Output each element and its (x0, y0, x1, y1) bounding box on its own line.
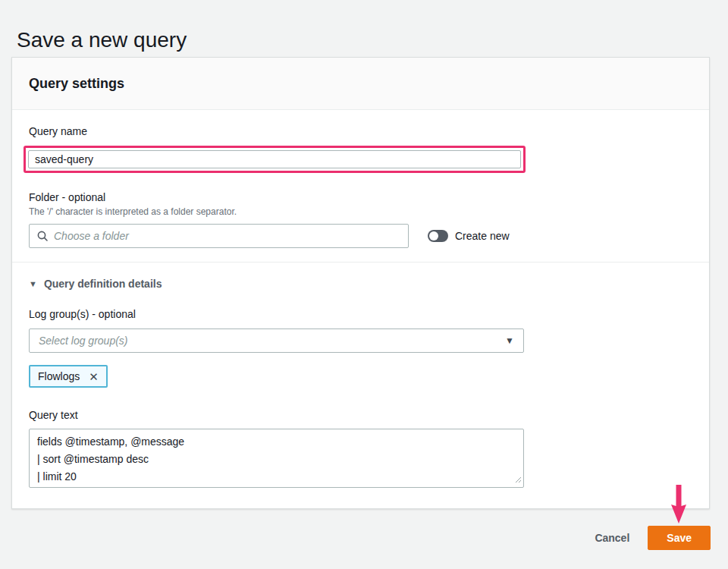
query-definition-details-label: Query definition details (44, 278, 162, 290)
log-groups-placeholder: Select log group(s) (39, 335, 128, 347)
cancel-button[interactable]: Cancel (587, 527, 637, 549)
save-button[interactable]: Save (648, 526, 711, 550)
page-title: Save a new query (17, 28, 187, 52)
log-group-token-label: Flowlogs (38, 370, 80, 382)
query-text-label: Query text (29, 409, 692, 421)
log-groups-label: Log group(s) - optional (29, 308, 692, 320)
caret-down-icon: ▼ (505, 335, 514, 346)
query-name-input[interactable] (28, 150, 521, 168)
query-definition-details-toggle[interactable]: ▼ Query definition details (29, 278, 692, 290)
create-new-toggle[interactable] (428, 230, 448, 242)
search-icon (37, 231, 48, 241)
create-new-label: Create new (455, 230, 510, 242)
close-icon: ✕ (89, 370, 99, 383)
folder-row: Choose a folder Create new (29, 224, 692, 248)
query-name-label: Query name (29, 125, 692, 137)
folder-search-input[interactable]: Choose a folder (29, 224, 409, 248)
query-settings-panel: Query settings Query name Folder - optio… (11, 57, 710, 509)
panel-header-title: Query settings (29, 76, 124, 92)
query-text-textarea[interactable]: fields @timestamp, @message | sort @time… (29, 429, 524, 488)
folder-search-placeholder: Choose a folder (54, 230, 129, 242)
annotation-highlight-box (24, 146, 526, 173)
panel-body: Query name Folder - optional The '/' cha… (12, 110, 709, 509)
query-text-wrap: fields @timestamp, @message | sort @time… (29, 429, 524, 491)
folder-label: Folder - optional (29, 191, 692, 203)
log-group-token: Flowlogs ✕ (29, 365, 108, 388)
remove-token-button[interactable]: ✕ (89, 371, 99, 382)
log-groups-select[interactable]: Select log group(s) ▼ (29, 329, 524, 353)
caret-down-icon: ▼ (29, 279, 37, 288)
folder-description: The '/' character is interpreted as a fo… (29, 206, 692, 217)
footer-actions: Cancel Save (587, 526, 711, 550)
panel-header: Query settings (12, 58, 709, 110)
toggle-knob (429, 231, 438, 240)
section-divider (12, 262, 709, 262)
resize-handle-icon[interactable] (515, 473, 522, 486)
